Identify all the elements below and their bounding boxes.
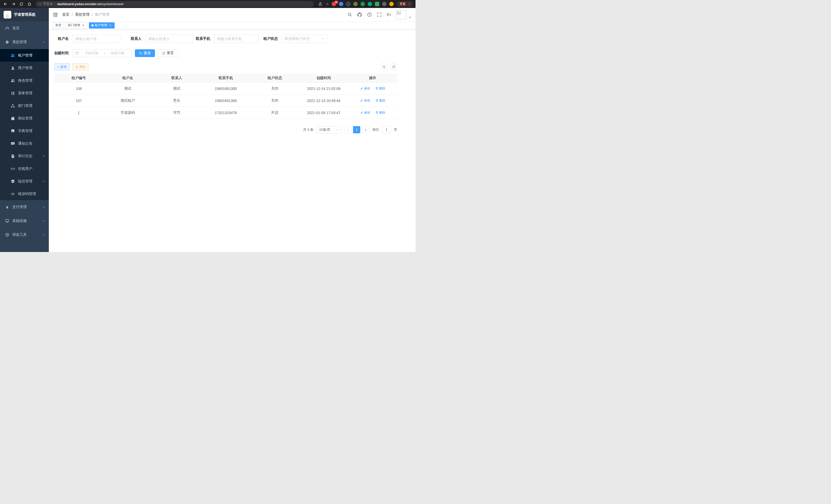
edit-link-label: 修改 xyxy=(364,98,370,103)
tab-dept[interactable]: 部门管理× xyxy=(65,22,88,29)
github-icon[interactable] xyxy=(357,12,362,17)
more-vertical-icon[interactable]: ⋮ xyxy=(407,2,411,6)
extension-icon[interactable] xyxy=(339,2,343,6)
extension-icon[interactable] xyxy=(346,2,350,6)
sidebar-item-notice[interactable]: 通知公告 xyxy=(0,137,49,150)
cell-actions: 修改 删除 xyxy=(348,83,397,94)
sidebar-item-sms[interactable]: 短信管理 xyxy=(0,175,49,187)
sidebar-item-dept[interactable]: 部门管理 xyxy=(0,99,49,112)
export-button[interactable]: 导出 xyxy=(72,63,89,70)
edit-link[interactable]: 修改 xyxy=(360,111,370,115)
extension-icon[interactable] xyxy=(353,2,358,6)
user-avatar[interactable] xyxy=(396,10,406,19)
browser-actions: ☆ 10 更新 ⋮ xyxy=(317,1,413,7)
date-range-picker[interactable]: 开始日期 - 结束日期 xyxy=(72,49,132,57)
phone-input[interactable] xyxy=(214,35,259,43)
edit-link[interactable]: 修改 xyxy=(360,86,370,91)
extension-icon[interactable] xyxy=(368,2,372,6)
sidebar-item-menu[interactable]: 菜单管理 xyxy=(0,87,49,99)
delete-link-label: 删除 xyxy=(379,86,385,91)
share-icon[interactable] xyxy=(317,1,323,7)
delete-link[interactable]: 删除 xyxy=(375,98,385,103)
fullscreen-icon[interactable] xyxy=(377,12,381,17)
sidebar: 芋道管理系统 首页 系统管理 租户管理 xyxy=(0,8,49,252)
forward-icon[interactable] xyxy=(10,1,16,7)
update-label: 更新 xyxy=(400,2,406,6)
sidebar-toggle-icon[interactable] xyxy=(53,12,58,17)
sidebar-item-home[interactable]: 首页 xyxy=(0,21,49,35)
next-page-button[interactable]: › xyxy=(362,126,369,133)
contact-input[interactable] xyxy=(145,35,193,43)
caret-down-icon[interactable] xyxy=(409,16,411,19)
sidebar-item-error-code[interactable]: 错误码管理 xyxy=(0,187,49,200)
close-icon[interactable]: × xyxy=(109,24,112,27)
tenant-name-input[interactable] xyxy=(72,35,120,43)
extension-icon[interactable] xyxy=(361,2,365,6)
profile-avatar[interactable] xyxy=(389,2,394,6)
sidebar-item-payment[interactable]: ¥ 支付管理 xyxy=(0,200,49,214)
sidebar-item-dict[interactable]: 字典管理 xyxy=(0,125,49,137)
status-select[interactable]: 请选择租户状态 xyxy=(281,35,328,43)
sidebar-item-user[interactable]: 用户管理 xyxy=(0,62,49,74)
extension-icon[interactable]: 10 xyxy=(332,2,336,6)
sidebar-item-label: 系统管理 xyxy=(12,40,27,45)
sidebar-item-online-users[interactable]: 在线用户 xyxy=(0,162,49,175)
puzzle-extension-icon[interactable] xyxy=(382,2,386,6)
sidebar-item-label: 岗位管理 xyxy=(18,116,32,121)
home-icon[interactable] xyxy=(26,1,32,7)
address-bar[interactable]: ⚠ 不安全 | dashboard.yudao.iocoder.cn/syste… xyxy=(36,1,314,7)
sidebar-item-system[interactable]: 系统管理 xyxy=(0,35,49,49)
app-logo[interactable]: 芋道管理系统 xyxy=(0,8,49,21)
chevron-down-icon xyxy=(42,205,45,209)
goto-page-input[interactable] xyxy=(382,126,391,133)
sidebar-item-post[interactable]: 岗位管理 xyxy=(0,112,49,125)
pagination-total: 共 3 条 xyxy=(303,127,314,132)
sidebar-item-audit-log[interactable]: 审计日志 xyxy=(0,150,49,162)
sidebar-item-label: 通知公告 xyxy=(18,141,32,146)
current-page[interactable]: 1 xyxy=(353,126,360,133)
cell-contact: 测试 xyxy=(152,83,201,94)
audit-log-icon xyxy=(11,154,15,158)
chrome-update-button[interactable]: 更新 ⋮ xyxy=(397,1,413,7)
tab-home[interactable]: 首页 xyxy=(53,22,64,29)
sidebar-item-tenant[interactable]: 租户管理 xyxy=(0,49,49,62)
reset-button[interactable]: 重置 xyxy=(158,49,178,57)
sidebar-item-infrastructure[interactable]: 基础设施 xyxy=(0,214,49,228)
tab-label: 租户管理 xyxy=(95,23,107,28)
sidebar-menu: 首页 系统管理 租户管理 用户管理 xyxy=(0,21,49,252)
back-icon[interactable] xyxy=(3,1,8,7)
pagination: 共 3 条 10条/页 ‹ 1 › 前往 页 xyxy=(54,126,397,133)
sidebar-item-label: 用户管理 xyxy=(18,66,32,70)
font-size-icon[interactable]: TT xyxy=(387,13,391,17)
sidebar-item-role[interactable]: 角色管理 xyxy=(0,74,49,87)
sidebar-item-label: 租户管理 xyxy=(18,53,32,58)
reload-icon[interactable] xyxy=(19,1,24,7)
cell-phone: 17321315478 xyxy=(201,107,250,119)
status-select-placeholder: 请选择租户状态 xyxy=(284,36,310,41)
refresh-button[interactable] xyxy=(390,63,397,70)
cell-tenant-id: 108 xyxy=(54,83,103,94)
cell-created: 2021-12-14 21:02:09 xyxy=(299,83,348,94)
bookmark-star-icon[interactable]: ☆ xyxy=(326,2,329,6)
delete-link[interactable]: 删除 xyxy=(375,111,385,115)
tab-tenant[interactable]: 租户管理× xyxy=(89,22,115,29)
prev-page-button[interactable]: ‹ xyxy=(344,126,351,133)
extension-icon[interactable] xyxy=(375,2,379,6)
add-button[interactable]: + 新增 xyxy=(54,63,69,70)
breadcrumb-home[interactable]: 首页 xyxy=(62,12,69,17)
search-icon[interactable] xyxy=(347,12,352,17)
date-end-placeholder: 结束日期 xyxy=(106,51,129,56)
delete-link[interactable]: 删除 xyxy=(375,86,385,91)
edit-link[interactable]: 修改 xyxy=(360,98,370,103)
toggle-search-button[interactable] xyxy=(380,63,388,70)
edit-link-label: 修改 xyxy=(364,86,370,91)
search-button[interactable]: 搜索 xyxy=(135,49,155,57)
sidebar-item-devtools[interactable]: 研发工具 xyxy=(0,228,49,242)
date-separator: - xyxy=(103,51,106,55)
breadcrumb: 首页 / 系统管理 / 租户管理 xyxy=(62,12,110,17)
help-icon[interactable] xyxy=(367,12,372,17)
extension-badge: 10 xyxy=(334,1,338,4)
close-icon[interactable]: × xyxy=(82,24,85,27)
security-warning-icon: ⚠ xyxy=(39,2,41,6)
page-size-select[interactable]: 10条/页 xyxy=(317,126,341,133)
